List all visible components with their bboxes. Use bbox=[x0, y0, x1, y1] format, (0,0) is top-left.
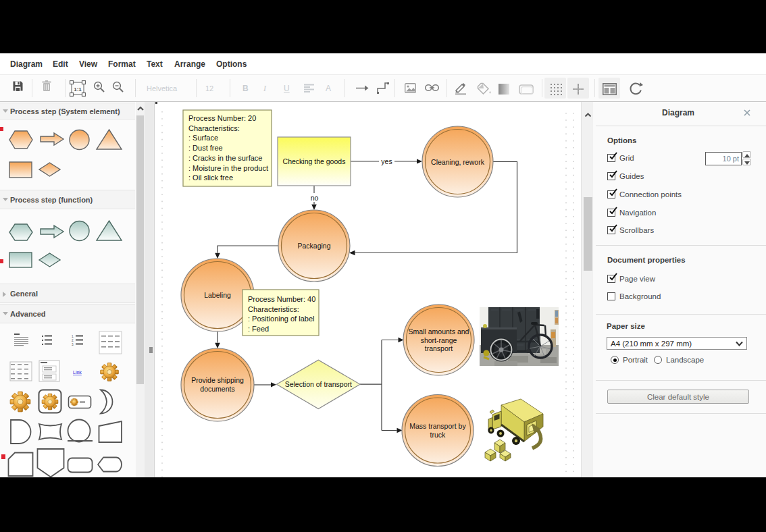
svg-text:1.: 1. bbox=[72, 335, 74, 338]
svg-text:Mass transport by: Mass transport by bbox=[409, 422, 466, 430]
svg-text:: Positioning of label: : Positioning of label bbox=[248, 315, 314, 323]
svg-text:no: no bbox=[311, 194, 319, 202]
svg-text:: Cracks in the surface: : Cracks in the surface bbox=[188, 154, 262, 162]
svg-text:Checking the goods: Checking the goods bbox=[283, 157, 346, 165]
svg-text:Packaging: Packaging bbox=[297, 242, 330, 250]
svg-text:documents: documents bbox=[200, 385, 234, 393]
svg-text:: Dust free: : Dust free bbox=[188, 144, 223, 152]
svg-text:Process Number: 20: Process Number: 20 bbox=[188, 114, 256, 122]
svg-text:: Surface: : Surface bbox=[188, 134, 218, 142]
svg-text:: Oil slick free: : Oil slick free bbox=[188, 174, 233, 182]
svg-text:2.: 2. bbox=[72, 339, 74, 342]
svg-text:transport: transport bbox=[425, 344, 453, 352]
svg-text:truck: truck bbox=[430, 431, 446, 439]
svg-text:Provide shipping: Provide shipping bbox=[191, 376, 244, 384]
svg-text:: Moisture in the product: : Moisture in the product bbox=[188, 164, 268, 172]
svg-text:Characteristics:: Characteristics: bbox=[248, 305, 299, 313]
svg-text:Labeling: Labeling bbox=[204, 291, 231, 299]
svg-text:Link: Link bbox=[73, 370, 82, 375]
svg-text:short-range: short-range bbox=[421, 336, 457, 344]
svg-text:3.: 3. bbox=[72, 343, 74, 346]
svg-text:yes: yes bbox=[381, 157, 392, 165]
svg-text:Selection of transport: Selection of transport bbox=[285, 380, 352, 388]
svg-text:Process Number: 40: Process Number: 40 bbox=[248, 295, 315, 303]
svg-text:Small amounts and: Small amounts and bbox=[409, 327, 469, 336]
svg-text:Cleaning, rework: Cleaning, rework bbox=[431, 158, 485, 166]
svg-text:Characteristics:: Characteristics: bbox=[188, 124, 240, 132]
svg-text:1:1: 1:1 bbox=[74, 86, 82, 92]
svg-text:: Feed: : Feed bbox=[248, 325, 269, 333]
